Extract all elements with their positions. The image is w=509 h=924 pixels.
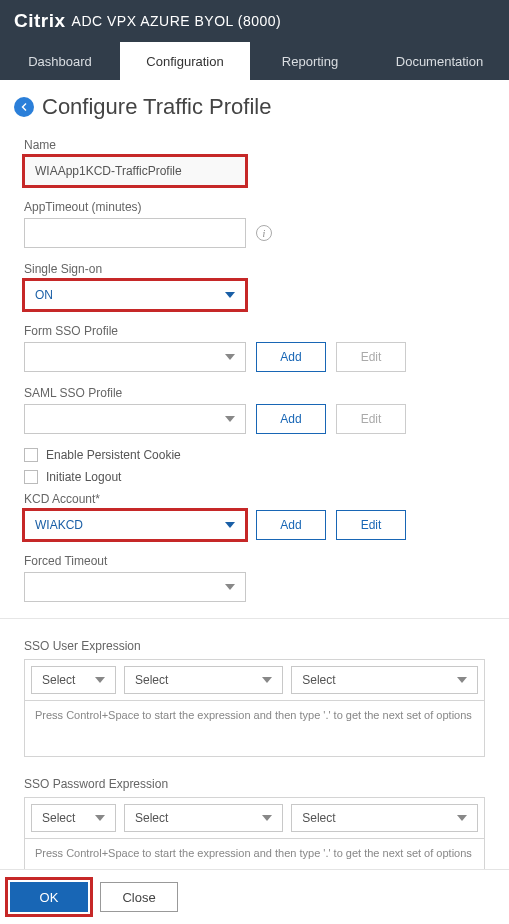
chevron-down-icon bbox=[457, 815, 467, 821]
forced-timeout-label: Forced Timeout bbox=[24, 554, 485, 568]
form-sso-add-button[interactable]: Add bbox=[256, 342, 326, 372]
sso-user-expr-label: SSO User Expression bbox=[24, 639, 485, 653]
sso-select[interactable]: ON bbox=[24, 280, 246, 310]
field-forced-timeout: Forced Timeout bbox=[24, 554, 485, 602]
chevron-down-icon bbox=[95, 677, 105, 683]
close-button[interactable]: Close bbox=[100, 882, 178, 912]
persistent-cookie-row[interactable]: Enable Persistent Cookie bbox=[24, 448, 485, 462]
field-saml-sso: SAML SSO Profile Add Edit bbox=[24, 386, 485, 434]
name-input[interactable] bbox=[24, 156, 246, 186]
back-button[interactable] bbox=[14, 97, 34, 117]
chevron-down-icon bbox=[225, 416, 235, 422]
divider bbox=[0, 618, 509, 619]
form-body: Name AppTimeout (minutes) i Single Sign-… bbox=[0, 138, 509, 895]
sso-pwd-expr-selects: Select Select Select bbox=[24, 797, 485, 839]
chevron-down-icon bbox=[262, 677, 272, 683]
field-sso: Single Sign-on ON bbox=[24, 262, 485, 310]
tab-reporting[interactable]: Reporting bbox=[250, 42, 370, 80]
forced-timeout-select[interactable] bbox=[24, 572, 246, 602]
app-header: Citrix ADC VPX AZURE BYOL (8000) bbox=[0, 0, 509, 42]
kcd-value: WIAKCD bbox=[35, 518, 83, 532]
field-kcd: KCD Account* WIAKCD Add Edit bbox=[24, 492, 485, 540]
initiate-logout-row[interactable]: Initiate Logout bbox=[24, 470, 485, 484]
kcd-select[interactable]: WIAKCD bbox=[24, 510, 246, 540]
name-label: Name bbox=[24, 138, 485, 152]
initiate-logout-label: Initiate Logout bbox=[46, 470, 121, 484]
sso-label: Single Sign-on bbox=[24, 262, 485, 276]
saml-sso-add-button[interactable]: Add bbox=[256, 404, 326, 434]
chevron-down-icon bbox=[95, 815, 105, 821]
saml-sso-select[interactable] bbox=[24, 404, 246, 434]
tab-documentation[interactable]: Documentation bbox=[370, 42, 509, 80]
chevron-down-icon bbox=[225, 354, 235, 360]
field-apptimeout: AppTimeout (minutes) i bbox=[24, 200, 485, 248]
field-name: Name bbox=[24, 138, 485, 186]
field-form-sso: Form SSO Profile Add Edit bbox=[24, 324, 485, 372]
arrow-left-icon bbox=[18, 101, 30, 113]
sso-pwd-expr-select-3[interactable]: Select bbox=[291, 804, 478, 832]
apptimeout-input[interactable] bbox=[24, 218, 246, 248]
kcd-label: KCD Account* bbox=[24, 492, 485, 506]
main-tabs: Dashboard Configuration Reporting Docume… bbox=[0, 42, 509, 80]
persistent-cookie-label: Enable Persistent Cookie bbox=[46, 448, 181, 462]
page-title: Configure Traffic Profile bbox=[42, 94, 271, 120]
sso-pwd-expr-select-2[interactable]: Select bbox=[124, 804, 283, 832]
form-sso-edit-button: Edit bbox=[336, 342, 406, 372]
form-sso-select[interactable] bbox=[24, 342, 246, 372]
chevron-down-icon bbox=[262, 815, 272, 821]
title-row: Configure Traffic Profile bbox=[0, 80, 509, 138]
tab-configuration[interactable]: Configuration bbox=[120, 42, 250, 80]
product-name: ADC VPX AZURE BYOL (8000) bbox=[72, 13, 282, 29]
tab-dashboard[interactable]: Dashboard bbox=[0, 42, 120, 80]
saml-sso-label: SAML SSO Profile bbox=[24, 386, 485, 400]
ok-button[interactable]: OK bbox=[10, 882, 88, 912]
chevron-down-icon bbox=[225, 292, 235, 298]
chevron-down-icon bbox=[225, 522, 235, 528]
saml-sso-edit-button: Edit bbox=[336, 404, 406, 434]
kcd-edit-button[interactable]: Edit bbox=[336, 510, 406, 540]
apptimeout-label: AppTimeout (minutes) bbox=[24, 200, 485, 214]
sso-pwd-expr-label: SSO Password Expression bbox=[24, 777, 485, 791]
sso-user-expr-select-2[interactable]: Select bbox=[124, 666, 283, 694]
chevron-down-icon bbox=[457, 677, 467, 683]
sso-pwd-expr-select-1[interactable]: Select bbox=[31, 804, 116, 832]
sso-user-expr-selects: Select Select Select bbox=[24, 659, 485, 701]
kcd-add-button[interactable]: Add bbox=[256, 510, 326, 540]
initiate-logout-checkbox[interactable] bbox=[24, 470, 38, 484]
info-icon[interactable]: i bbox=[256, 225, 272, 241]
sso-user-expr-select-3[interactable]: Select bbox=[291, 666, 478, 694]
persistent-cookie-checkbox[interactable] bbox=[24, 448, 38, 462]
sso-user-expr-section: SSO User Expression Select Select Select… bbox=[24, 639, 485, 757]
footer-bar: OK Close bbox=[0, 869, 509, 924]
form-sso-label: Form SSO Profile bbox=[24, 324, 485, 338]
sso-value: ON bbox=[35, 288, 53, 302]
chevron-down-icon bbox=[225, 584, 235, 590]
sso-user-expr-hint[interactable]: Press Control+Space to start the express… bbox=[24, 701, 485, 757]
brand-name: Citrix bbox=[14, 10, 66, 32]
sso-user-expr-select-1[interactable]: Select bbox=[31, 666, 116, 694]
